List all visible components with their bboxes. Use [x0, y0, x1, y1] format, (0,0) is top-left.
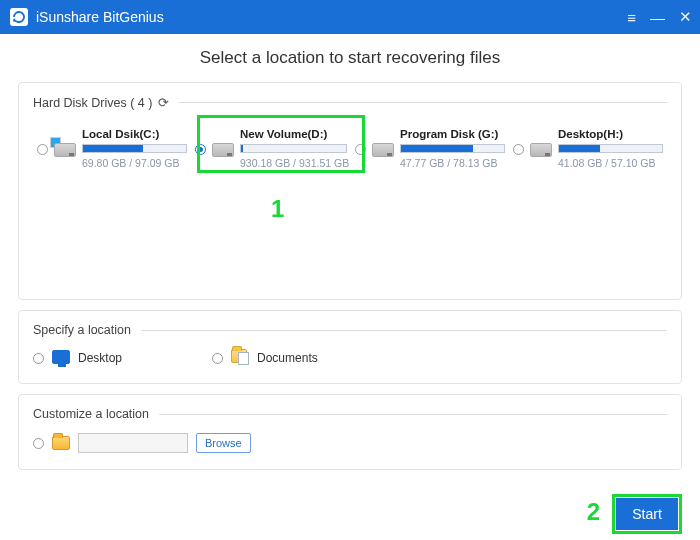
- specify-header: Specify a location: [33, 323, 131, 337]
- drive-item-g[interactable]: Program Disk (G:) 47.77 GB / 78.13 GB: [351, 122, 509, 175]
- app-logo-icon: [10, 8, 28, 26]
- drive-radio[interactable]: [355, 144, 366, 155]
- desktop-icon: [52, 349, 70, 367]
- drive-item-d[interactable]: New Volume(D:) 930.18 GB / 931.51 GB: [191, 122, 351, 175]
- drives-row: Local Dsik(C:) 69.80 GB / 97.09 GB New V…: [33, 122, 667, 175]
- specify-location-panel: Specify a location Desktop Documents: [18, 310, 682, 384]
- hard-drives-panel: Hard Disk Drives ( 4 ) ⟳ Local Dsik(C:) …: [18, 82, 682, 300]
- drive-usage-bar: [400, 144, 505, 153]
- drive-usage-bar: [82, 144, 187, 153]
- custom-radio[interactable]: [33, 438, 44, 449]
- location-radio[interactable]: [33, 353, 44, 364]
- location-label: Documents: [257, 351, 318, 365]
- divider: [141, 330, 667, 331]
- page-title: Select a location to start recovering fi…: [18, 48, 682, 68]
- close-icon[interactable]: ✕: [679, 8, 692, 26]
- location-radio[interactable]: [212, 353, 223, 364]
- drive-name: Program Disk (G:): [400, 128, 505, 140]
- browse-button[interactable]: Browse: [196, 433, 251, 453]
- disk-icon: [372, 143, 394, 157]
- annotation-number-2: 2: [587, 498, 600, 526]
- drive-item-c[interactable]: Local Dsik(C:) 69.80 GB / 97.09 GB: [33, 122, 191, 175]
- customize-location-panel: Customize a location Browse: [18, 394, 682, 470]
- location-desktop[interactable]: Desktop: [33, 349, 122, 367]
- divider: [159, 414, 667, 415]
- hard-drives-header: Hard Disk Drives ( 4 ): [33, 96, 152, 110]
- drive-size: 41.08 GB / 57.10 GB: [558, 157, 663, 169]
- minimize-icon[interactable]: —: [650, 9, 665, 26]
- disk-icon: [54, 143, 76, 157]
- annotation-number-1: 1: [271, 195, 284, 223]
- drive-radio[interactable]: [195, 144, 206, 155]
- drive-name: Desktop(H:): [558, 128, 663, 140]
- drive-size: 69.80 GB / 97.09 GB: [82, 157, 187, 169]
- drive-size: 930.18 GB / 931.51 GB: [240, 157, 347, 169]
- titlebar: iSunshare BitGenius ≡ — ✕: [0, 0, 700, 34]
- folder-icon: [52, 436, 70, 450]
- drive-usage-bar: [240, 144, 347, 153]
- menu-icon[interactable]: ≡: [627, 9, 636, 26]
- drive-radio[interactable]: [37, 144, 48, 155]
- disk-icon: [530, 143, 552, 157]
- documents-icon: [231, 349, 249, 367]
- drive-size: 47.77 GB / 78.13 GB: [400, 157, 505, 169]
- drive-name: New Volume(D:): [240, 128, 347, 140]
- drive-item-h[interactable]: Desktop(H:) 41.08 GB / 57.10 GB: [509, 122, 667, 175]
- refresh-icon[interactable]: ⟳: [158, 95, 169, 110]
- customize-header: Customize a location: [33, 407, 149, 421]
- drive-radio[interactable]: [513, 144, 524, 155]
- drive-usage-bar: [558, 144, 663, 153]
- location-documents[interactable]: Documents: [212, 349, 318, 367]
- start-button[interactable]: Start: [616, 498, 678, 530]
- app-title: iSunshare BitGenius: [36, 9, 164, 25]
- divider: [179, 102, 667, 103]
- custom-path-input[interactable]: [78, 433, 188, 453]
- drive-name: Local Dsik(C:): [82, 128, 187, 140]
- disk-icon: [212, 143, 234, 157]
- location-label: Desktop: [78, 351, 122, 365]
